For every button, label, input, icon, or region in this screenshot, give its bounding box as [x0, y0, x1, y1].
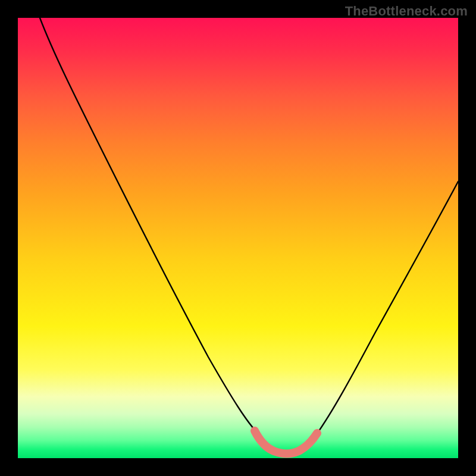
chart-frame: TheBottleneck.com [0, 0, 476, 476]
watermark-text: TheBottleneck.com [345, 4, 468, 19]
optimal-zone-highlight [255, 431, 317, 454]
curve-layer [18, 18, 458, 458]
plot-area [18, 18, 458, 458]
bottleneck-curve-line [40, 18, 458, 453]
